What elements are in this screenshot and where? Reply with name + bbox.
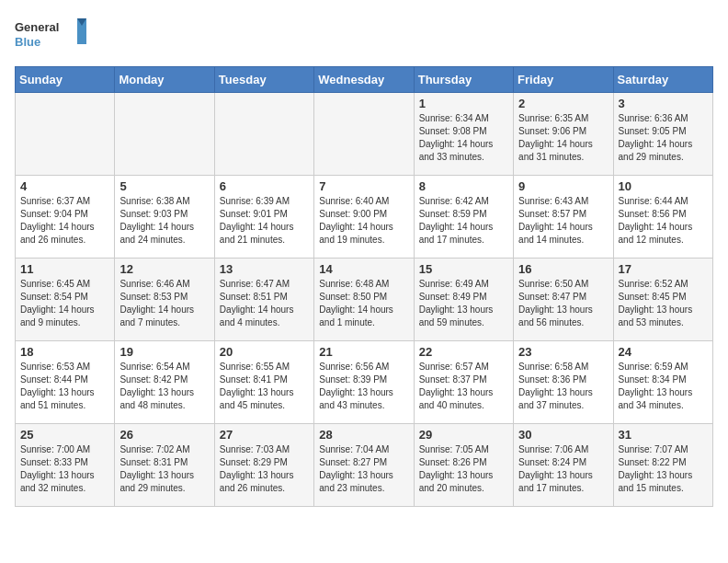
- day-number: 26: [119, 428, 209, 442]
- calendar-cell: 9Sunrise: 6:43 AMSunset: 8:57 PMDaylight…: [514, 176, 613, 259]
- day-number: 22: [419, 345, 508, 359]
- calendar-cell: 13Sunrise: 6:47 AMSunset: 8:51 PMDayligh…: [214, 259, 313, 341]
- day-info: Sunrise: 6:57 AMSunset: 8:37 PMDaylight:…: [419, 361, 508, 412]
- calendar-cell: 7Sunrise: 6:40 AMSunset: 9:00 PMDaylight…: [314, 176, 414, 259]
- calendar-cell: 8Sunrise: 6:42 AMSunset: 8:59 PMDaylight…: [414, 176, 513, 259]
- day-info: Sunrise: 7:00 AMSunset: 8:33 PMDaylight:…: [20, 443, 109, 495]
- day-number: 10: [619, 179, 708, 193]
- day-info: Sunrise: 6:40 AMSunset: 9:00 PMDaylight:…: [319, 195, 408, 247]
- day-number: 24: [619, 345, 708, 359]
- day-number: 6: [220, 179, 309, 193]
- day-number: 13: [220, 262, 309, 276]
- day-info: Sunrise: 6:56 AMSunset: 8:39 PMDaylight:…: [319, 361, 408, 412]
- day-number: 27: [220, 428, 309, 442]
- day-number: 1: [419, 97, 508, 110]
- calendar-cell: [314, 93, 414, 176]
- calendar-cell: 25Sunrise: 7:00 AMSunset: 8:33 PMDayligh…: [16, 424, 115, 507]
- day-info: Sunrise: 6:52 AMSunset: 8:45 PMDaylight:…: [619, 278, 708, 329]
- logo: General Blue: [15, 15, 88, 55]
- day-info: Sunrise: 6:46 AMSunset: 8:53 PMDaylight:…: [119, 278, 209, 329]
- calendar-cell: 29Sunrise: 7:05 AMSunset: 8:26 PMDayligh…: [414, 424, 513, 507]
- day-info: Sunrise: 6:55 AMSunset: 8:41 PMDaylight:…: [220, 361, 309, 412]
- day-number: 17: [619, 262, 708, 276]
- calendar-cell: 6Sunrise: 6:39 AMSunset: 9:01 PMDaylight…: [214, 176, 313, 259]
- day-number: 12: [119, 262, 209, 276]
- calendar-cell: 21Sunrise: 6:56 AMSunset: 8:39 PMDayligh…: [314, 341, 414, 424]
- calendar-cell: 18Sunrise: 6:53 AMSunset: 8:44 PMDayligh…: [16, 341, 115, 424]
- day-number: 5: [119, 179, 209, 193]
- day-number: 9: [518, 179, 608, 193]
- calendar-cell: 28Sunrise: 7:04 AMSunset: 8:27 PMDayligh…: [314, 424, 414, 507]
- svg-rect-4: [77, 35, 86, 44]
- calendar-cell: 27Sunrise: 7:03 AMSunset: 8:29 PMDayligh…: [214, 424, 313, 507]
- day-number: 29: [419, 428, 508, 442]
- day-number: 19: [119, 345, 209, 359]
- day-info: Sunrise: 6:49 AMSunset: 8:49 PMDaylight:…: [419, 278, 508, 329]
- calendar-cell: 10Sunrise: 6:44 AMSunset: 8:56 PMDayligh…: [613, 176, 712, 259]
- day-info: Sunrise: 6:43 AMSunset: 8:57 PMDaylight:…: [518, 195, 608, 247]
- calendar-cell: 17Sunrise: 6:52 AMSunset: 8:45 PMDayligh…: [613, 259, 712, 341]
- week-row-2: 4Sunrise: 6:37 AMSunset: 9:04 PMDaylight…: [16, 176, 713, 259]
- day-info: Sunrise: 6:38 AMSunset: 9:03 PMDaylight:…: [119, 195, 209, 247]
- week-row-4: 18Sunrise: 6:53 AMSunset: 8:44 PMDayligh…: [16, 341, 713, 424]
- day-info: Sunrise: 6:48 AMSunset: 8:50 PMDaylight:…: [319, 278, 408, 329]
- header-saturday: Saturday: [613, 67, 712, 93]
- calendar-cell: 24Sunrise: 6:59 AMSunset: 8:34 PMDayligh…: [613, 341, 712, 424]
- calendar-cell: 4Sunrise: 6:37 AMSunset: 9:04 PMDaylight…: [16, 176, 115, 259]
- day-info: Sunrise: 6:39 AMSunset: 9:01 PMDaylight:…: [220, 195, 309, 247]
- day-info: Sunrise: 7:04 AMSunset: 8:27 PMDaylight:…: [319, 443, 408, 495]
- day-info: Sunrise: 6:53 AMSunset: 8:44 PMDaylight:…: [20, 361, 109, 412]
- day-number: 3: [619, 97, 708, 110]
- day-number: 28: [319, 428, 408, 442]
- day-number: 31: [619, 428, 708, 442]
- day-number: 15: [419, 262, 508, 276]
- day-info: Sunrise: 6:54 AMSunset: 8:42 PMDaylight:…: [119, 361, 209, 412]
- calendar-cell: 1Sunrise: 6:34 AMSunset: 9:08 PMDaylight…: [414, 93, 513, 176]
- svg-text:General: General: [15, 20, 59, 34]
- page-header: General Blue: [15, 15, 713, 55]
- day-info: Sunrise: 6:42 AMSunset: 8:59 PMDaylight:…: [419, 195, 508, 247]
- day-info: Sunrise: 6:59 AMSunset: 8:34 PMDaylight:…: [619, 361, 708, 412]
- day-info: Sunrise: 7:07 AMSunset: 8:22 PMDaylight:…: [619, 443, 708, 495]
- header-sunday: Sunday: [16, 67, 115, 93]
- day-number: 21: [319, 345, 408, 359]
- day-info: Sunrise: 6:35 AMSunset: 9:06 PMDaylight:…: [518, 112, 608, 164]
- day-info: Sunrise: 6:34 AMSunset: 9:08 PMDaylight:…: [419, 112, 508, 164]
- calendar-cell: 14Sunrise: 6:48 AMSunset: 8:50 PMDayligh…: [314, 259, 414, 341]
- calendar-cell: [115, 93, 214, 176]
- calendar-cell: 19Sunrise: 6:54 AMSunset: 8:42 PMDayligh…: [115, 341, 214, 424]
- day-info: Sunrise: 6:44 AMSunset: 8:56 PMDaylight:…: [619, 195, 708, 247]
- calendar-cell: 3Sunrise: 6:36 AMSunset: 9:05 PMDaylight…: [613, 93, 712, 176]
- calendar-cell: 5Sunrise: 6:38 AMSunset: 9:03 PMDaylight…: [115, 176, 214, 259]
- day-number: 7: [319, 179, 408, 193]
- calendar-cell: 23Sunrise: 6:58 AMSunset: 8:36 PMDayligh…: [514, 341, 613, 424]
- calendar-cell: 22Sunrise: 6:57 AMSunset: 8:37 PMDayligh…: [414, 341, 513, 424]
- day-number: 30: [518, 428, 608, 442]
- day-info: Sunrise: 6:58 AMSunset: 8:36 PMDaylight:…: [518, 361, 608, 412]
- header-wednesday: Wednesday: [314, 67, 414, 93]
- calendar-cell: 15Sunrise: 6:49 AMSunset: 8:49 PMDayligh…: [414, 259, 513, 341]
- logo-icon: General Blue: [15, 15, 88, 55]
- day-info: Sunrise: 7:06 AMSunset: 8:24 PMDaylight:…: [518, 443, 608, 495]
- day-info: Sunrise: 7:05 AMSunset: 8:26 PMDaylight:…: [419, 443, 508, 495]
- day-info: Sunrise: 6:36 AMSunset: 9:05 PMDaylight:…: [619, 112, 708, 164]
- header-monday: Monday: [115, 67, 214, 93]
- calendar-cell: 2Sunrise: 6:35 AMSunset: 9:06 PMDaylight…: [514, 93, 613, 176]
- calendar-cell: 16Sunrise: 6:50 AMSunset: 8:47 PMDayligh…: [514, 259, 613, 341]
- week-row-1: 1Sunrise: 6:34 AMSunset: 9:08 PMDaylight…: [16, 93, 713, 176]
- calendar-cell: 31Sunrise: 7:07 AMSunset: 8:22 PMDayligh…: [613, 424, 712, 507]
- calendar-cell: [16, 93, 115, 176]
- header-friday: Friday: [514, 67, 613, 93]
- calendar-cell: 30Sunrise: 7:06 AMSunset: 8:24 PMDayligh…: [514, 424, 613, 507]
- day-info: Sunrise: 7:02 AMSunset: 8:31 PMDaylight:…: [119, 443, 209, 495]
- calendar-cell: 26Sunrise: 7:02 AMSunset: 8:31 PMDayligh…: [115, 424, 214, 507]
- day-number: 20: [220, 345, 309, 359]
- day-number: 2: [518, 97, 608, 110]
- day-info: Sunrise: 7:03 AMSunset: 8:29 PMDaylight:…: [220, 443, 309, 495]
- week-row-3: 11Sunrise: 6:45 AMSunset: 8:54 PMDayligh…: [16, 259, 713, 341]
- day-number: 18: [20, 345, 109, 359]
- svg-text:Blue: Blue: [15, 35, 40, 49]
- calendar-table: SundayMondayTuesdayWednesdayThursdayFrid…: [15, 66, 713, 507]
- header-tuesday: Tuesday: [214, 67, 313, 93]
- day-info: Sunrise: 6:47 AMSunset: 8:51 PMDaylight:…: [220, 278, 309, 329]
